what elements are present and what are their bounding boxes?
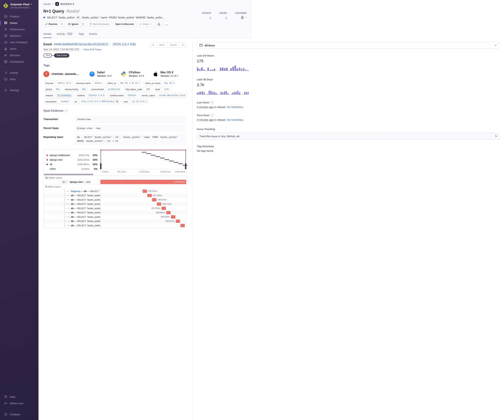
tag-pill-user[interactable]: user ip:127.0.0.1 bbox=[121, 99, 149, 104]
tab-activity[interactable]: Activity 0 bbox=[57, 32, 73, 38]
tag-pill-client-os-name[interactable]: client_os.name Mac OS X bbox=[143, 81, 176, 86]
last-30d-heading: Last 30 Days bbox=[197, 78, 252, 81]
span-row[interactable]: db — SELECT `books_author` 168.74ms bbox=[44, 202, 186, 206]
sidebar-item-discover[interactable]: Discover bbox=[0, 52, 38, 59]
tag-value[interactable]: 78c744eb09a1 bbox=[55, 93, 73, 98]
tag-value[interactable]: info bbox=[162, 87, 171, 91]
span-bar[interactable] bbox=[157, 203, 161, 206]
trace-unknown-pill[interactable]: ??? bbox=[43, 53, 52, 58]
tag-pill-runtime[interactable]: runtime CPython 3.8.9 bbox=[75, 93, 106, 98]
newer-event-button[interactable]: Newer bbox=[168, 42, 180, 48]
ignore-dropdown-button[interactable] bbox=[80, 22, 86, 26]
more-actions-button[interactable]: … bbox=[163, 22, 170, 26]
waterfall-scrollbar[interactable] bbox=[44, 174, 93, 175]
span-row[interactable]: db — SELECT `books_author` 167.29ms bbox=[44, 206, 186, 210]
tag-value[interactable]: Cormac-MacCarthy.local bbox=[157, 93, 187, 98]
tag-pill-transaction[interactable]: transaction /books/ bbox=[43, 99, 71, 104]
hidden-spans-row[interactable]: 11hidden spans bbox=[44, 176, 186, 180]
tag-pill-url[interactable]: url http://127.0.0.1:9007/books/ bbox=[72, 99, 120, 104]
featured-tag-charlotte-alameda[interactable]: ? charlotte_alameda… bbox=[43, 71, 79, 77]
event-json-link[interactable]: JSON (13.2 KiB) bbox=[113, 42, 136, 46]
sidebar-item-projects[interactable]: Projects bbox=[0, 13, 38, 20]
mark-reviewed-button[interactable]: Mark Reviewed bbox=[87, 22, 112, 26]
tag-value[interactable]: ip:127.0.0.1 bbox=[130, 99, 149, 104]
sidebar-item-releases[interactable]: Releases bbox=[0, 33, 38, 39]
tab-details[interactable]: Details bbox=[43, 32, 51, 38]
tab-events[interactable]: Events bbox=[89, 32, 97, 38]
org-switcher[interactable]: Empower Plant george.gritsouk@s… bbox=[0, 0, 38, 9]
tag-value[interactable]: Safari bbox=[93, 81, 104, 85]
tag-value[interactable]: http://127.0.0.1:9007/books/ bbox=[79, 99, 120, 104]
featured-tag-safari[interactable]: Safari Version: 15.5 bbox=[89, 71, 112, 77]
event-id-link[interactable]: 4446c9af6bb94815b2ac9bc4515c5615 bbox=[54, 42, 108, 46]
tag-pill-browser[interactable]: browser Safari 15.5 bbox=[43, 81, 73, 86]
span-bar[interactable] bbox=[147, 194, 152, 197]
sidebar-item-activity[interactable]: Activity bbox=[0, 69, 38, 76]
sidebar-item-dashboards[interactable]: Dashboards bbox=[0, 59, 38, 65]
tag-value[interactable]: CPython bbox=[126, 93, 138, 98]
open-in-discover-button[interactable]: Open in Discover bbox=[113, 22, 136, 26]
tag-value[interactable]: Mac bbox=[54, 87, 62, 91]
tag-pill-release[interactable]: release 78c744eb09a1 bbox=[43, 93, 74, 98]
tag-value[interactable]: Mac bbox=[80, 87, 88, 91]
help-question-icon[interactable]: ? bbox=[211, 101, 214, 104]
tag-pill-device-family[interactable]: device.family Mac bbox=[63, 87, 88, 92]
tag-pill-client-os[interactable]: client_os Mac OS X 10.15.7 bbox=[105, 81, 142, 86]
share-button[interactable]: Share bbox=[138, 22, 154, 26]
sidebar-item-performance[interactable]: Performance bbox=[0, 26, 38, 33]
event-count-bar bbox=[228, 71, 230, 71]
tag-value[interactable]: 200 bbox=[144, 87, 152, 91]
tag-value[interactable]: production bbox=[106, 87, 122, 91]
tag-pill-browser-name[interactable]: browser.name Safari bbox=[74, 81, 104, 86]
last-seen-release-link[interactable]: 78c744eb09a1 bbox=[226, 106, 244, 108]
sidebar-item-issues[interactable]: Issues bbox=[0, 20, 38, 26]
featured-tag-cpython[interactable]: CPython Version: 3.8.9 bbox=[121, 71, 144, 77]
sidebar-item-stats[interactable]: Stats bbox=[0, 76, 38, 82]
events-count[interactable]: 1 bbox=[202, 17, 211, 20]
breadcrumb-issues-link[interactable]: Issues bbox=[43, 2, 51, 6]
tag-pill-http-status-code[interactable]: http.status_code 200 bbox=[123, 87, 152, 92]
tag-pill-device[interactable]: device Mac bbox=[43, 87, 62, 92]
minimap-right-handle[interactable] bbox=[186, 150, 186, 169]
hidden-spans-row[interactable]: 3hidden spans bbox=[44, 184, 186, 189]
collapse-group-badge[interactable]: 12 bbox=[61, 180, 68, 184]
help-question-icon[interactable]: ? bbox=[65, 109, 68, 112]
environment-select[interactable]: All Envs bbox=[197, 42, 252, 49]
tag-pill-environment[interactable]: environment production bbox=[89, 87, 122, 92]
sidebar-item-settings[interactable]: Settings bbox=[0, 87, 38, 93]
assignee-dropdown[interactable] bbox=[235, 15, 247, 19]
group-span-bar[interactable]: 3,203.82ms bbox=[101, 180, 186, 184]
featured-tag-mac-os-x[interactable]: Mac OS X Version: 10.15.7 bbox=[153, 71, 178, 77]
tag-value[interactable]: Safari 15.5 bbox=[55, 81, 73, 85]
help-question-icon[interactable]: ? bbox=[211, 114, 214, 117]
first-seen-release-link[interactable]: 78c744eb09a1 bbox=[226, 118, 244, 121]
span-row[interactable]: Regroup — db — SELECT `boo 169.03ms bbox=[44, 189, 186, 193]
minimap-left-handle[interactable] bbox=[101, 150, 101, 169]
tag-pill-server-name[interactable]: server_name Cormac-MacCarthy.local bbox=[139, 93, 188, 98]
oldest-event-button[interactable] bbox=[150, 42, 156, 48]
older-event-button[interactable]: Older bbox=[156, 42, 168, 48]
trace-minimap[interactable]: 0.00ms801.12ms1,602.24ms2,403.37ms3,204.… bbox=[101, 150, 186, 174]
span-bar[interactable] bbox=[162, 207, 166, 210]
span-row[interactable]: db — SELECT `books_author` 166.81ms bbox=[44, 198, 186, 202]
sidebar-item-user-feedback[interactable]: User Feedback bbox=[0, 39, 38, 46]
subscribe-bell-button[interactable] bbox=[156, 22, 162, 26]
tag-value[interactable]: /books/ bbox=[59, 99, 71, 104]
resolve-dropdown-button[interactable] bbox=[59, 22, 64, 26]
tag-value[interactable]: Mac OS X bbox=[162, 81, 176, 85]
ignore-button[interactable]: Ignore bbox=[66, 22, 80, 26]
span-bar[interactable] bbox=[152, 198, 156, 201]
tab-tags[interactable]: Tags bbox=[78, 32, 84, 38]
sidebar-item-alerts[interactable]: Alerts bbox=[0, 46, 38, 52]
span-row[interactable]: db — SELECT `books_author` 167.06ms bbox=[44, 193, 186, 198]
tag-pill-level[interactable]: level info bbox=[153, 87, 171, 92]
tag-value[interactable]: Mac OS X 10.15.7 bbox=[118, 81, 142, 85]
span-bar[interactable] bbox=[143, 190, 147, 193]
tag-pill-runtime-name[interactable]: runtime.name CPython bbox=[108, 93, 138, 98]
view-full-trace-link[interactable]: View Full Trace bbox=[84, 48, 101, 51]
resolve-button[interactable]: Resolve bbox=[44, 22, 59, 26]
users-count[interactable]: 1 bbox=[219, 17, 227, 20]
newest-event-button[interactable] bbox=[180, 42, 186, 48]
track-issue-button[interactable]: Track this issue in Jira, GitHub, etc. bbox=[197, 133, 252, 139]
tag-value[interactable]: CPython 3.8.9 bbox=[86, 93, 106, 98]
